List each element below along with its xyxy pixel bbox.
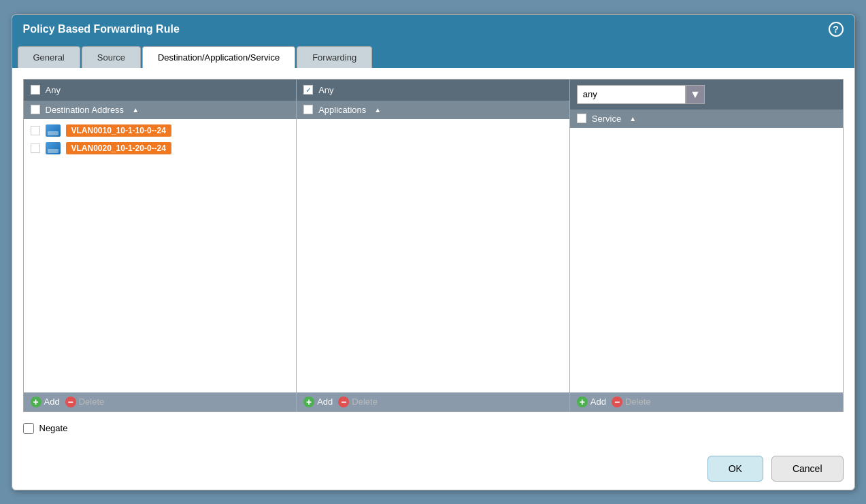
delete-icon: − [612, 397, 622, 407]
dest-item2-checkbox[interactable] [31, 144, 40, 153]
list-item: VLAN0020_10-1-20-0--24 [24, 139, 297, 157]
destination-any-label: Any [46, 85, 61, 95]
service-any-header: ▼ [570, 80, 843, 110]
dest-item2-icon [46, 142, 61, 154]
list-item: VLAN0010_10-1-10-0--24 [24, 122, 297, 139]
destination-col-label: Destination Address [46, 105, 124, 115]
add-icon: + [31, 397, 41, 407]
service-list [570, 128, 843, 392]
tab-bar: General Source Destination/Application/S… [12, 44, 854, 68]
service-add-label: Add [590, 397, 606, 407]
applications-add-button[interactable]: + Add [303, 397, 333, 407]
dialog-header: Policy Based Forwarding Rule ? [12, 15, 854, 44]
add-icon: + [577, 397, 588, 407]
negate-label: Negate [39, 423, 68, 433]
service-dropdown-input[interactable] [577, 85, 686, 104]
applications-col-checkbox[interactable] [303, 105, 313, 114]
service-delete-button[interactable]: − Delete [612, 397, 651, 407]
dest-item1-icon [46, 124, 61, 137]
dest-item1-checkbox[interactable] [31, 126, 40, 135]
destination-footer: + Add − Delete [24, 392, 297, 411]
service-delete-label: Delete [625, 397, 651, 407]
dest-item2-label[interactable]: VLAN0020_10-1-20-0--24 [66, 142, 171, 154]
applications-sort-arrow: ▲ [374, 106, 381, 114]
negate-row: Negate [23, 420, 844, 437]
service-dropdown-container: ▼ [577, 85, 705, 104]
applications-col-label: Applications [318, 105, 366, 115]
destination-any-header: Any [24, 80, 297, 101]
three-columns-container: Any Destination Address ▲ VLAN0010_10-1-… [23, 79, 844, 412]
tab-source[interactable]: Source [82, 46, 141, 68]
destination-list: VLAN0010_10-1-10-0--24 VLAN0020_10-1-20-… [24, 119, 297, 392]
service-col-checkbox[interactable] [577, 114, 586, 123]
service-dropdown-arrow[interactable]: ▼ [686, 85, 705, 104]
destination-add-label: Add [44, 397, 60, 407]
applications-column: Any Applications ▲ + Add − Delete [297, 80, 570, 411]
dialog-title: Policy Based Forwarding Rule [23, 23, 180, 35]
applications-list [297, 119, 569, 392]
destination-column: Any Destination Address ▲ VLAN0010_10-1-… [24, 80, 297, 411]
service-col-label: Service [592, 114, 621, 124]
service-column: ▼ Service ▲ + Add − Del [570, 80, 843, 411]
applications-subheader: Applications ▲ [297, 101, 569, 119]
applications-any-label: Any [318, 85, 333, 95]
help-icon[interactable]: ? [829, 22, 844, 37]
dest-item1-label[interactable]: VLAN0010_10-1-10-0--24 [66, 124, 171, 137]
delete-icon: − [65, 397, 76, 407]
applications-any-header: Any [297, 80, 569, 101]
destination-any-checkbox[interactable] [31, 85, 40, 95]
delete-icon: − [338, 397, 349, 407]
destination-col-checkbox[interactable] [31, 105, 40, 114]
footer-buttons: OK Cancel [12, 448, 854, 490]
negate-checkbox[interactable] [23, 423, 34, 434]
applications-footer: + Add − Delete [297, 392, 569, 411]
destination-add-button[interactable]: + Add [31, 397, 60, 407]
cancel-button[interactable]: Cancel [771, 456, 844, 482]
tab-forwarding[interactable]: Forwarding [297, 46, 372, 68]
service-add-button[interactable]: + Add [577, 397, 606, 407]
applications-any-checkbox[interactable] [303, 85, 313, 95]
ok-button[interactable]: OK [707, 456, 763, 482]
content-area: Any Destination Address ▲ VLAN0010_10-1-… [12, 68, 854, 448]
destination-subheader: Destination Address ▲ [24, 101, 297, 119]
tab-destination[interactable]: Destination/Application/Service [142, 46, 295, 68]
applications-add-label: Add [317, 397, 333, 407]
applications-delete-button[interactable]: − Delete [338, 397, 378, 407]
service-sort-arrow: ▲ [629, 115, 636, 122]
service-subheader: Service ▲ [570, 110, 843, 128]
destination-sort-arrow: ▲ [132, 106, 139, 114]
service-footer: + Add − Delete [570, 392, 843, 411]
add-icon: + [303, 397, 314, 407]
policy-forwarding-dialog: Policy Based Forwarding Rule ? General S… [12, 14, 855, 490]
tab-general[interactable]: General [18, 46, 80, 68]
destination-delete-button[interactable]: − Delete [65, 397, 105, 407]
destination-delete-label: Delete [79, 397, 105, 407]
applications-delete-label: Delete [352, 397, 378, 407]
